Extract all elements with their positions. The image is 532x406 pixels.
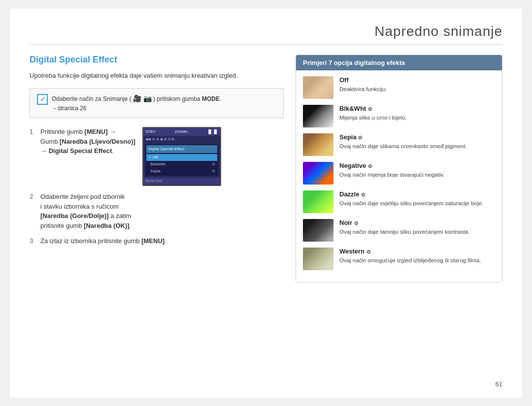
page: Napredno snimanje Digital Special Effect… xyxy=(10,9,522,398)
effect-icon: ⊙ xyxy=(366,249,370,254)
effect-desc: Ovaj način omogućuje izgled izblijeđenog… xyxy=(339,256,495,264)
effect-desc: Deaktivira funkciju. xyxy=(339,85,495,93)
effect-thumbnail xyxy=(303,133,333,156)
step-1-text: Pritisnite gumb [MENU] → Gumb [Naredba (… xyxy=(40,127,135,156)
step-2-text: Odaberite željeni pod izbornik i stavku … xyxy=(40,192,284,230)
effect-thumbnail xyxy=(303,162,333,185)
panel-header: Primjeri 7 opcija digitalnog efekta xyxy=(296,55,502,70)
steps: 1 Pritisnite gumb [MENU] → Gumb [Naredba… xyxy=(30,127,284,246)
effect-icon: ⊙ xyxy=(368,106,372,112)
effect-icon: ⊙ xyxy=(358,135,362,140)
panel-box: Primjeri 7 opcija digitalnog efekta OffD… xyxy=(296,55,502,282)
effect-name: Blk&Wht ⊙ xyxy=(339,105,495,112)
note-box: ✓ Odaberite način za Snimanje ( 🎥 📷 ) pr… xyxy=(30,88,284,118)
effect-desc: Ovaj način daje slikama crvenkasto smeđ … xyxy=(339,142,495,150)
camera-ui-mockup: STBY 220Min ▐▌▐▌ ◀ ▶ ⊕ ⊗ ◉ ⊞ ⊟ ⊠ Digital… xyxy=(142,127,221,186)
content-area: Digital Special Effect Upotreba funkcije… xyxy=(30,55,502,282)
effect-item: Negative ⊙Ovaj način mijenja boje stvara… xyxy=(303,162,495,185)
effect-icon: ⊙ xyxy=(361,192,365,197)
effect-icon: ⊙ xyxy=(368,163,372,169)
right-section: Primjeri 7 opcija digitalnog efekta OffD… xyxy=(296,55,502,282)
effect-thumbnail xyxy=(303,248,333,270)
note-text: Odaberite način za Snimanje ( 🎥 📷 ) prit… xyxy=(52,94,221,113)
step-3: 3 Za izlaz iz izbornika pritisnite gumb … xyxy=(30,236,284,246)
effect-icon: ⊙ xyxy=(354,220,358,226)
effect-thumbnail xyxy=(303,190,333,213)
effect-thumbnail xyxy=(303,219,333,242)
effect-name: Sepia ⊙ xyxy=(339,133,495,141)
effect-item: Sepia ⊙Ovaj način daje slikama crvenkast… xyxy=(303,133,495,156)
step-3-text: Za izlaz iz izbornika pritisnite gumb [M… xyxy=(40,236,284,246)
effect-name: Off xyxy=(339,76,495,84)
effect-desc: Ovaj način mijenja boje stvarajući negat… xyxy=(339,171,495,179)
effect-thumbnail xyxy=(303,76,333,99)
left-section: Digital Special Effect Upotreba funkcije… xyxy=(30,55,284,282)
effect-desc: Ovaj način daje tamniju sliku povećanjem… xyxy=(339,228,495,236)
effect-name: Noir ⊙ xyxy=(339,219,495,226)
effect-item: OffDeaktivira funkciju. xyxy=(303,76,495,99)
effect-thumbnail xyxy=(303,105,333,127)
page-title: Napredno snimanje xyxy=(30,24,502,45)
effect-desc: Ovaj način daje svjetliju sliku povećanj… xyxy=(339,199,495,207)
effect-item: Dazzle ⊙Ovaj način daje svjetliju sliku … xyxy=(303,190,495,213)
panel-body: OffDeaktivira funkciju.Blk&Wht ⊙Mijenja … xyxy=(296,70,502,282)
effect-name: Dazzle ⊙ xyxy=(339,190,495,198)
step-2: 2 Odaberite željeni pod izbornik i stavk… xyxy=(30,192,284,230)
intro-text: Upotreba funkcije digitalnog efekta daje… xyxy=(30,71,284,81)
page-number: 61 xyxy=(496,380,502,388)
effect-name: Negative ⊙ xyxy=(339,162,495,169)
step-1: 1 Pritisnite gumb [MENU] → Gumb [Naredba… xyxy=(30,127,284,186)
effect-item: Noir ⊙Ovaj način daje tamniju sliku pove… xyxy=(303,219,495,242)
note-icon: ✓ xyxy=(37,94,48,105)
effect-item: Blk&Wht ⊙Mijenja slike u crno i bijelo. xyxy=(303,105,495,127)
effect-item: Western ⊙Ovaj način omogućuje izgled izb… xyxy=(303,248,495,270)
effect-name: Western ⊙ xyxy=(339,248,495,255)
effect-desc: Mijenja slike u crno i bijelo. xyxy=(339,114,495,122)
section-title: Digital Special Effect xyxy=(30,55,284,65)
